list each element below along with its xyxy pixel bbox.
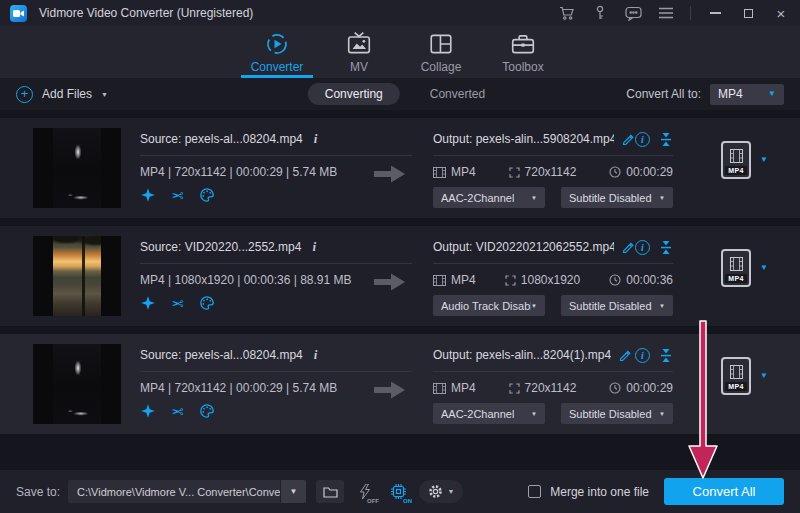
- output-duration: 00:00:29: [626, 165, 673, 179]
- source-meta: MP4 | 1080x1920 | 00:00:36 | 88.91 MB: [140, 273, 412, 287]
- tab-collage[interactable]: Collage: [403, 26, 479, 78]
- subtitle-dropdown[interactable]: Subtitle Disabled: [561, 295, 673, 316]
- cpu-on-label: ON: [403, 498, 412, 504]
- source-info-icon[interactable]: [314, 131, 318, 147]
- save-to-label: Save to:: [16, 485, 60, 499]
- output-format-badge[interactable]: MP4: [721, 249, 751, 287]
- cut-scissors-icon[interactable]: [171, 296, 184, 311]
- output-format-badge[interactable]: MP4: [721, 357, 751, 395]
- resolution-icon: [509, 383, 520, 394]
- tab-label: Toolbox: [502, 60, 543, 74]
- cut-scissors-icon[interactable]: [171, 404, 184, 419]
- minimize-button[interactable]: [706, 4, 724, 22]
- edit-palette-icon[interactable]: [199, 295, 215, 311]
- output-duration: 00:00:29: [626, 381, 673, 395]
- subtitle-dropdown[interactable]: Subtitle Disabled: [561, 187, 673, 208]
- compress-icon[interactable]: [659, 240, 673, 255]
- format-picker-chevron-icon[interactable]: [760, 372, 768, 380]
- converting-tab[interactable]: Converting: [308, 83, 400, 105]
- output-filename: Output: pexels-alin...8204(1).mp4: [433, 348, 611, 362]
- output-format-badge[interactable]: MP4: [721, 141, 751, 179]
- film-icon: [730, 365, 743, 379]
- audio-track-dropdown[interactable]: AAC-2Channel: [433, 187, 545, 208]
- divider: [433, 155, 673, 156]
- feedback-icon[interactable]: [624, 4, 642, 22]
- output-info-icon[interactable]: [635, 348, 650, 363]
- edit-palette-icon[interactable]: [199, 187, 215, 203]
- save-path-input[interactable]: C:\Vidmore\Vidmore V... Converter\Conver…: [68, 480, 280, 503]
- toolbar: Add Files Converting Converted Convert A…: [0, 78, 800, 110]
- app-logo-icon: [10, 5, 27, 22]
- rename-pencil-icon[interactable]: [618, 347, 632, 364]
- output-resolution: 720x1142: [525, 381, 577, 395]
- clock-icon: [609, 274, 621, 286]
- output-filename: Output: VID20220212062552.mp4: [433, 240, 614, 254]
- add-files-button[interactable]: Add Files: [16, 86, 108, 103]
- film-icon: [433, 383, 446, 394]
- mv-icon: [346, 31, 372, 57]
- convert-all-to-value: MP4: [718, 87, 743, 101]
- arrow-right-icon: [374, 270, 406, 294]
- merge-checkbox[interactable]: [528, 485, 541, 498]
- tab-toolbox[interactable]: Toolbox: [485, 26, 561, 78]
- gear-icon: [428, 484, 443, 499]
- converted-tab[interactable]: Converted: [430, 87, 485, 101]
- enhance-wand-icon[interactable]: [140, 295, 156, 311]
- collage-icon: [428, 31, 454, 57]
- source-info-icon[interactable]: [314, 347, 318, 363]
- subtitle-dropdown[interactable]: Subtitle Disabled: [561, 403, 673, 424]
- chevron-down-icon: [659, 411, 665, 417]
- close-button[interactable]: ×: [772, 4, 790, 22]
- cpu-mode-on-toggle[interactable]: ON: [386, 480, 410, 503]
- cart-icon[interactable]: [558, 4, 576, 22]
- chevron-down-icon: [531, 195, 537, 201]
- video-thumbnail: [33, 128, 121, 208]
- key-icon[interactable]: [591, 4, 609, 22]
- divider: [433, 371, 673, 372]
- format-picker-chevron-icon[interactable]: [760, 264, 768, 272]
- subtitle-value: Subtitle Disabled: [569, 192, 652, 204]
- divider: [433, 263, 673, 264]
- edit-palette-icon[interactable]: [199, 403, 215, 419]
- tab-converter[interactable]: Converter: [239, 26, 315, 78]
- file-row[interactable]: Source: pexels-al...08204.mp4 MP4 | 720x…: [0, 118, 800, 218]
- output-format: MP4: [451, 273, 476, 287]
- file-list: Source: pexels-al...08204.mp4 MP4 | 720x…: [0, 110, 800, 470]
- file-row[interactable]: Source: VID20220...2552.mp4 MP4 | 1080x1…: [0, 226, 800, 326]
- enhance-wand-icon[interactable]: [140, 403, 156, 419]
- menu-icon[interactable]: [657, 4, 675, 22]
- titlebar-separator: [690, 6, 691, 20]
- maximize-button[interactable]: [739, 4, 757, 22]
- rename-pencil-icon[interactable]: [621, 131, 635, 148]
- format-picker-chevron-icon[interactable]: [760, 156, 768, 164]
- output-info-icon[interactable]: [635, 132, 650, 147]
- audio-track-value: Audio Track Disabled: [441, 300, 531, 312]
- chevron-down-icon[interactable]: [101, 91, 108, 98]
- tab-mv[interactable]: MV: [321, 26, 397, 78]
- output-resolution: 720x1142: [525, 165, 577, 179]
- main-nav: Converter MV Collage Toolbox: [0, 26, 800, 78]
- file-row[interactable]: Source: pexels-al...08204.mp4 MP4 | 720x…: [0, 334, 800, 434]
- source-info-icon[interactable]: [312, 239, 316, 255]
- convert-all-button[interactable]: Convert All: [664, 478, 784, 505]
- compress-icon[interactable]: [659, 132, 673, 147]
- rename-pencil-icon[interactable]: [621, 239, 635, 256]
- source-filename: Source: pexels-al...08204.mp4: [140, 132, 303, 146]
- chevron-down-icon: [448, 488, 455, 495]
- resolution-icon: [505, 275, 516, 286]
- save-path-dropdown-button[interactable]: [281, 480, 306, 503]
- audio-track-dropdown[interactable]: AAC-2Channel: [433, 403, 545, 424]
- gpu-acceleration-off-toggle[interactable]: OFF: [353, 480, 377, 503]
- cut-scissors-icon[interactable]: [171, 188, 184, 203]
- subtitle-value: Subtitle Disabled: [569, 408, 652, 420]
- convert-all-to-dropdown[interactable]: MP4: [710, 84, 784, 105]
- compress-icon[interactable]: [659, 348, 673, 363]
- enhance-wand-icon[interactable]: [140, 187, 156, 203]
- audio-track-dropdown[interactable]: Audio Track Disabled: [433, 295, 545, 316]
- chevron-down-icon: [290, 488, 298, 496]
- output-info-icon[interactable]: [635, 240, 650, 255]
- open-folder-button[interactable]: [316, 480, 344, 503]
- settings-button[interactable]: [419, 480, 463, 503]
- video-thumbnail: [33, 236, 121, 316]
- chevron-down-icon: [659, 303, 665, 309]
